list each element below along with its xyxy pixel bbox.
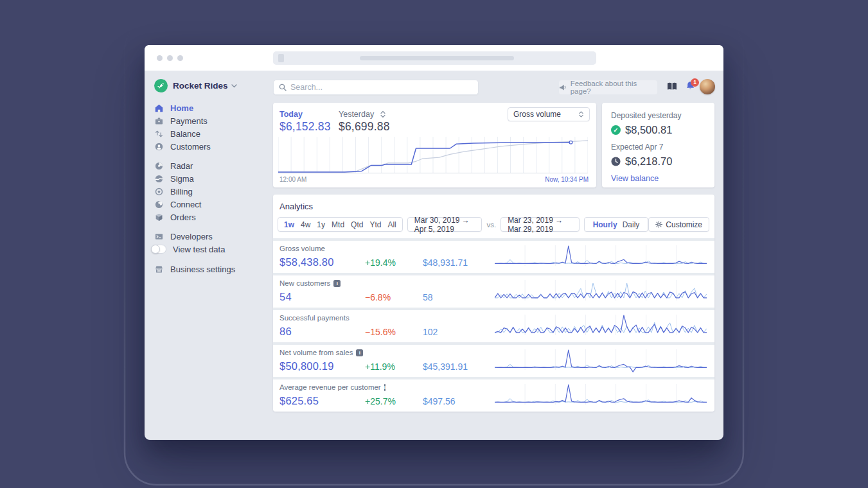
deposited-label: Deposited yesterday xyxy=(611,111,705,120)
metric-sparkline xyxy=(495,348,707,372)
yesterday-value: $6,699.88 xyxy=(339,120,390,134)
feedback-label: Feedback about this page? xyxy=(571,80,657,95)
sigma-icon xyxy=(154,174,163,183)
metric-row-gross-volume[interactable]: Gross volume $58,438.80 +19.4% $48,931.7… xyxy=(273,241,714,273)
deposited-value: $8,500.81 xyxy=(625,124,672,136)
window-minimize-button[interactable] xyxy=(167,55,173,61)
range-option-1y[interactable]: 1y xyxy=(314,220,328,229)
metric-label: Net volume from sales xyxy=(279,349,353,356)
search-placeholder: Search... xyxy=(290,83,323,92)
range-option-ytd[interactable]: Ytd xyxy=(366,220,384,229)
window-zoom-button[interactable] xyxy=(177,55,183,61)
sidebar-item-sigma[interactable]: Sigma xyxy=(154,172,267,185)
metric-label: Successful payments xyxy=(279,314,350,322)
account-name: Rocket Rides xyxy=(173,81,228,91)
sidebar-item-view-test-data[interactable]: View test data xyxy=(154,243,267,256)
metric-value: $50,800.19 xyxy=(279,360,365,372)
sidebar: Rocket Rides Home Payments Balance xyxy=(145,71,270,440)
browser-window: Rocket Rides Home Payments Balance xyxy=(145,45,723,440)
sidebar-item-business-settings[interactable]: Business settings xyxy=(154,263,267,275)
test-data-toggle[interactable] xyxy=(151,245,166,254)
sidebar-item-home[interactable]: Home xyxy=(154,101,267,114)
developers-icon xyxy=(154,232,163,241)
metric-value: $625.65 xyxy=(279,395,365,407)
range-option-all[interactable]: All xyxy=(384,220,399,229)
vs-label: vs. xyxy=(486,221,496,229)
docs-button[interactable] xyxy=(667,82,677,93)
search-input[interactable]: Search... xyxy=(273,80,479,95)
analytics-card: Analytics 1w 4w 1y Mtd Qtd Ytd All Mar 3… xyxy=(273,195,714,412)
sidebar-item-customers[interactable]: Customers xyxy=(154,140,267,153)
metric-row-net-volume[interactable]: Net volume from salesi $50,800.19 +11.9%… xyxy=(273,345,714,377)
info-icon[interactable]: i xyxy=(333,280,341,287)
home-icon xyxy=(154,103,163,112)
overview-card: Today Yesterday $6,152.83 $6,699.88 Gros… xyxy=(273,103,596,187)
gear-icon xyxy=(655,221,662,228)
metric-delta: +11.9% xyxy=(365,362,423,372)
today-tab[interactable]: Today xyxy=(279,110,303,119)
compare-range-picker[interactable]: Mar 23, 2019 → Mar 29, 2019 xyxy=(500,217,580,232)
customers-icon xyxy=(154,142,163,151)
browser-titlebar xyxy=(145,45,723,71)
notification-badge: 1 xyxy=(691,78,699,87)
window-close-button[interactable] xyxy=(157,55,163,61)
check-circle-icon: ✓ xyxy=(611,125,621,135)
sidebar-item-balance[interactable]: Balance xyxy=(154,127,267,140)
customize-button[interactable]: Customize xyxy=(648,217,709,232)
metric-compare-value: $497.56 xyxy=(423,396,495,406)
payments-icon xyxy=(154,116,163,125)
metric-compare-value: 102 xyxy=(423,327,495,337)
sidebar-item-billing[interactable]: Billing xyxy=(154,185,267,198)
sidebar-item-connect[interactable]: Connect xyxy=(154,198,267,211)
metric-row-new-customers[interactable]: New customersi 54 −6.8% 58 xyxy=(273,275,714,308)
metric-delta: +19.4% xyxy=(365,257,423,268)
megaphone-icon xyxy=(559,84,567,91)
expected-value: $6,218.70 xyxy=(625,155,672,168)
yesterday-tab[interactable]: Yesterday xyxy=(339,110,374,119)
metric-row-average-revenue[interactable]: Average revenue per customeri $625.65 +2… xyxy=(273,379,714,412)
info-icon[interactable]: i xyxy=(384,384,385,391)
metric-value: $58,438.80 xyxy=(279,256,365,268)
sidebar-item-radar[interactable]: Radar xyxy=(154,159,267,172)
sidebar-item-orders[interactable]: Orders xyxy=(154,211,267,223)
analytics-header: Analytics 1w 4w 1y Mtd Qtd Ytd All Mar 3… xyxy=(273,195,714,238)
metric-sparkline xyxy=(495,313,707,338)
favicon-placeholder xyxy=(278,54,284,62)
orders-icon xyxy=(154,213,163,222)
view-balance-link[interactable]: View balance xyxy=(611,174,705,183)
granularity-daily[interactable]: Daily xyxy=(620,220,642,229)
sidebar-item-developers[interactable]: Developers xyxy=(154,230,267,243)
connect-icon xyxy=(154,200,163,209)
sidebar-item-payments[interactable]: Payments xyxy=(154,114,267,127)
select-chevrons-icon xyxy=(578,110,584,118)
user-avatar[interactable] xyxy=(700,79,715,94)
account-switcher[interactable]: Rocket Rides xyxy=(154,79,237,92)
search-icon xyxy=(279,83,287,91)
metric-label: Gross volume xyxy=(279,245,325,252)
overview-chart xyxy=(278,137,588,175)
range-option-4w[interactable]: 4w xyxy=(297,220,314,229)
expected-label: Expected Apr 7 xyxy=(611,143,705,152)
business-settings-icon xyxy=(154,265,163,274)
metric-label: Average revenue per customer xyxy=(279,383,381,391)
url-text-placeholder xyxy=(360,56,514,60)
window-controls xyxy=(157,55,183,61)
range-option-mtd[interactable]: Mtd xyxy=(328,220,348,229)
metric-select-value: Gross volume xyxy=(513,110,578,119)
chevron-down-icon xyxy=(231,84,237,88)
granularity-hourly[interactable]: Hourly xyxy=(590,220,620,229)
metric-row-successful-payments[interactable]: Successful payments 86 −15.6% 102 xyxy=(273,310,714,342)
metric-compare-value: 58 xyxy=(423,292,495,302)
info-icon[interactable]: i xyxy=(356,349,363,356)
metric-sparkline xyxy=(495,383,707,407)
notifications-button[interactable]: 1 xyxy=(686,81,695,93)
range-option-1w[interactable]: 1w xyxy=(281,220,297,229)
metric-select[interactable]: Gross volume xyxy=(508,107,590,121)
feedback-button[interactable]: Feedback about this page? xyxy=(559,80,657,94)
date-range-picker[interactable]: Mar 30, 2019 → Apr 5, 2019 xyxy=(407,217,483,232)
metric-label: New customers xyxy=(279,279,330,287)
chart-x-start-label: 12:00 AM xyxy=(279,176,306,183)
address-bar[interactable] xyxy=(273,51,596,65)
range-option-qtd[interactable]: Qtd xyxy=(348,220,366,229)
sort-toggle-icon[interactable] xyxy=(380,110,386,118)
